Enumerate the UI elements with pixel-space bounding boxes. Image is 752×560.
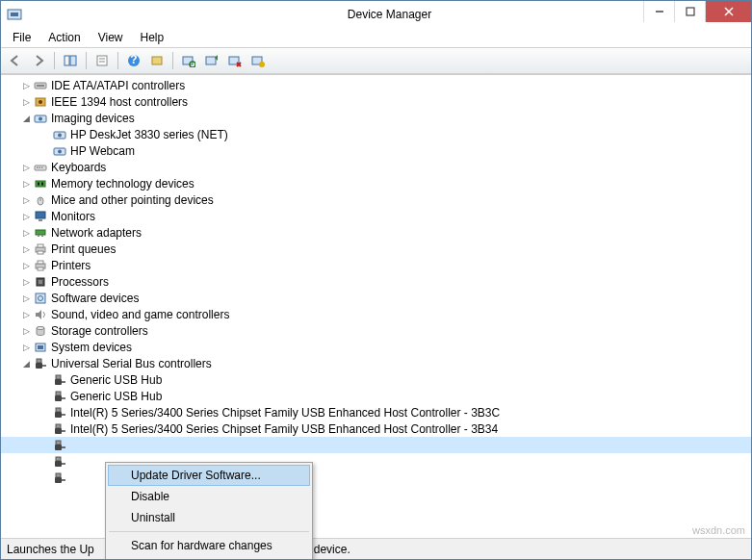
svg-point-31 (58, 149, 62, 153)
tree-category-label: Monitors (51, 210, 95, 223)
tree-category[interactable]: ▷Processors (1, 273, 751, 290)
disable-button[interactable] (247, 50, 269, 71)
tree-category-label: Storage controllers (51, 324, 148, 338)
tree-category[interactable]: ▷Network adapters (1, 224, 751, 241)
svg-rect-37 (38, 182, 39, 185)
svg-point-27 (39, 116, 42, 120)
svg-rect-36 (36, 181, 45, 187)
tree-category-label: Software devices (51, 292, 139, 305)
tree-category[interactable]: ▷IDE ATA/ATAPI controllers (1, 77, 751, 93)
sys-icon (33, 340, 48, 355)
tree-device[interactable]: HP Webcam (1, 142, 751, 159)
svg-rect-1 (11, 13, 18, 16)
app-icon (7, 7, 22, 22)
expand-icon[interactable]: ▷ (20, 96, 32, 108)
tree-category-label: Printers (51, 259, 91, 272)
expand-icon[interactable]: ▷ (20, 162, 32, 173)
tree-category-label: IDE ATA/ATAPI controllers (51, 79, 185, 92)
collapse-icon[interactable]: ◢ (20, 358, 32, 369)
svg-rect-74 (56, 441, 61, 445)
tree-category-label: Keyboards (51, 161, 106, 174)
svg-point-21 (259, 62, 265, 67)
menu-help[interactable]: Help (133, 29, 172, 46)
tree-device-label: Generic USB Hub (70, 390, 162, 403)
context-menu-disable[interactable]: Disable (108, 486, 310, 507)
action-button-1[interactable] (146, 50, 168, 71)
tree-category-label: Universal Serial Bus controllers (51, 357, 212, 370)
tree-device[interactable]: Intel(R) 5 Series/3400 Series Chipset Fa… (1, 404, 751, 420)
forward-button[interactable] (28, 50, 49, 71)
net-icon (33, 225, 48, 241)
toolbar-separator (86, 52, 87, 69)
context-menu-scan-hardware[interactable]: Scan for hardware changes (108, 535, 310, 556)
svg-rect-7 (70, 56, 76, 65)
expand-icon[interactable]: ▷ (20, 243, 32, 255)
tree-category[interactable]: ▷Keyboards (1, 159, 751, 175)
svg-rect-6 (65, 56, 69, 65)
tree-category[interactable]: ▷Sound, video and game controllers (1, 306, 751, 322)
expand-icon[interactable]: ▷ (20, 194, 32, 206)
svg-rect-35 (41, 166, 43, 168)
tree-category-label: Sound, video and game controllers (51, 308, 229, 321)
tree-category[interactable]: ▷Monitors (1, 208, 751, 224)
tree-category-label: Imaging devices (51, 112, 135, 125)
tree-category[interactable]: ▷Memory technology devices (1, 175, 751, 191)
expand-icon[interactable]: ▷ (20, 325, 32, 337)
tree-category[interactable]: ▷Printers (1, 257, 751, 273)
svg-rect-38 (41, 182, 43, 185)
tree-category[interactable]: ▷System devices (1, 339, 751, 355)
svg-rect-44 (38, 235, 39, 237)
expand-icon[interactable]: ▷ (20, 342, 32, 353)
tree-device[interactable]: HP DeskJet 3830 series (NET) (1, 126, 751, 142)
svg-rect-75 (55, 445, 62, 450)
tree-category[interactable]: ◢Universal Serial Bus controllers (1, 355, 751, 371)
context-menu-uninstall[interactable]: Uninstall (108, 507, 310, 528)
tree-device[interactable]: Generic USB Hub (1, 388, 751, 404)
expand-icon[interactable]: ▷ (20, 178, 32, 190)
svg-point-29 (58, 133, 62, 137)
expand-icon[interactable]: ▷ (20, 80, 32, 91)
tree-device-label: Intel(R) 5 Series/3400 Series Chipset Fa… (70, 422, 498, 436)
tree-device[interactable]: Generic USB Hub (1, 371, 751, 388)
help-button[interactable]: ? (123, 50, 144, 71)
tree-category[interactable]: ◢Imaging devices (1, 110, 751, 126)
expand-icon[interactable]: ▷ (20, 260, 32, 271)
svg-rect-3 (687, 8, 694, 15)
tree-category[interactable]: ▷Software devices (1, 290, 751, 306)
expand-icon[interactable]: ▷ (20, 276, 32, 288)
update-driver-button[interactable] (201, 50, 222, 71)
close-button[interactable] (705, 1, 751, 22)
expand-icon[interactable]: ▷ (20, 227, 32, 239)
tree-category[interactable]: ▷Storage controllers (1, 322, 751, 339)
usb-icon (52, 438, 67, 453)
tree-device-label: HP DeskJet 3830 series (NET) (70, 128, 228, 141)
tree-category[interactable]: ▷IEEE 1394 host controllers (1, 93, 751, 110)
show-hide-console-button[interactable] (60, 50, 81, 71)
menu-bar: File Action View Help (1, 28, 751, 47)
watermark: wsxdn.com (692, 524, 745, 536)
monitor-icon (33, 209, 48, 224)
print-icon (33, 258, 48, 273)
kbd-icon (33, 160, 48, 175)
tree-device[interactable]: Intel(R) 5 Series/3400 Series Chipset Fa… (1, 420, 751, 437)
minimize-button[interactable] (643, 1, 674, 22)
tree-category[interactable]: ▷Mice and other pointing devices (1, 191, 751, 208)
menu-file[interactable]: File (5, 29, 39, 46)
svg-rect-34 (39, 166, 41, 168)
svg-rect-13 (152, 57, 162, 64)
tree-device[interactable] (1, 437, 751, 453)
context-menu-update-driver[interactable]: Update Driver Software... (108, 465, 310, 486)
back-button[interactable] (5, 50, 26, 71)
expand-icon[interactable]: ▷ (20, 309, 32, 320)
title-bar: Device Manager (1, 1, 751, 28)
scan-hardware-button[interactable] (178, 50, 199, 71)
uninstall-button[interactable] (224, 50, 246, 71)
collapse-icon[interactable]: ◢ (20, 113, 32, 124)
tree-category[interactable]: ▷Print queues (1, 241, 751, 257)
maximize-button[interactable] (674, 1, 705, 22)
expand-icon[interactable]: ▷ (20, 293, 32, 304)
menu-view[interactable]: View (91, 29, 131, 46)
menu-action[interactable]: Action (40, 29, 88, 46)
properties-button[interactable] (91, 50, 113, 71)
expand-icon[interactable]: ▷ (20, 211, 32, 222)
